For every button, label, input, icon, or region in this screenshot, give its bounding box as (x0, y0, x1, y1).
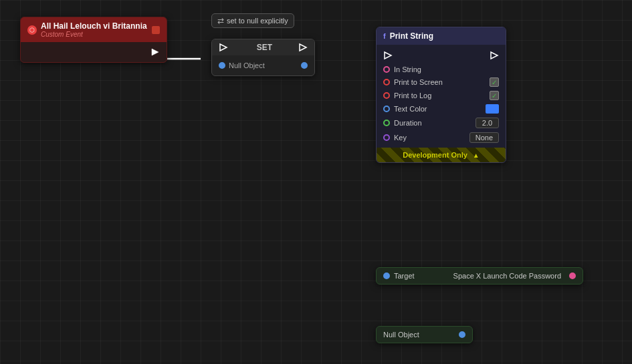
svg-marker-1 (220, 44, 227, 51)
null-object-label: Null Object (383, 331, 419, 339)
spacex-var-label: Space X Launch Code Password (453, 272, 561, 280)
key-select[interactable]: None (469, 132, 499, 143)
set-node-header: SET (212, 39, 314, 55)
func-icon: f (383, 32, 386, 40)
print-to-log-row: Print to Log ✓ (377, 89, 506, 102)
svg-marker-3 (385, 52, 391, 59)
set-output-pin[interactable] (301, 62, 308, 69)
spacex-var-row: Space X Launch Code Password (415, 272, 576, 280)
chevron-up-icon: ▲ (473, 152, 480, 159)
spacex-body: Target Space X Launch Code Password (377, 268, 583, 284)
print-to-screen-checkbox[interactable]: ✓ (490, 77, 499, 87)
print-to-screen-label: Print to Screen (394, 78, 443, 86)
text-color-swatch[interactable] (486, 104, 499, 114)
target-pin[interactable] (383, 272, 390, 279)
text-color-pin[interactable] (383, 106, 390, 112)
print-to-screen-row: Print to Screen ✓ (377, 75, 506, 89)
in-string-label: In String (394, 65, 421, 73)
dev-only-text: Development Only (403, 151, 467, 159)
set-input-pin[interactable] (219, 62, 225, 69)
custom-event-icon: ⬡ (27, 25, 37, 35)
key-label: Key (394, 134, 407, 142)
print-string-node: f Print String In String Print to Screen… (376, 27, 506, 163)
set-exec-input[interactable] (219, 43, 228, 52)
null-output-pin[interactable] (459, 331, 465, 338)
key-row: Key None (377, 130, 506, 145)
set-node-body: Null Object (212, 55, 314, 75)
custom-event-subtitle: Custom Event (41, 31, 147, 38)
tooltip-icon: ⇄ (217, 16, 224, 25)
in-string-row: In String (377, 63, 506, 75)
exec-output-pin[interactable] (150, 47, 160, 57)
set-null-label: Null Object (229, 61, 265, 69)
duration-input[interactable]: 2.0 (476, 118, 499, 128)
target-row: Target (383, 272, 415, 280)
dev-only-banner: Development Only ▲ (377, 148, 506, 162)
print-exec-row (377, 47, 506, 63)
in-string-pin[interactable] (383, 66, 390, 73)
custom-event-body (21, 42, 167, 62)
tooltip-label: set to null explicitly (227, 17, 288, 25)
duration-pin[interactable] (383, 120, 390, 126)
print-exec-output[interactable] (490, 51, 499, 60)
spacex-output-pin[interactable] (569, 272, 576, 279)
set-tooltip-node: ⇄ set to null explicitly (211, 13, 294, 28)
print-string-body: In String Print to Screen ✓ Print to Log… (377, 45, 506, 148)
duration-label: Duration (394, 119, 422, 127)
custom-event-title: All Hail Lelouch vi Britannia (41, 21, 147, 31)
set-exec-output[interactable] (298, 43, 308, 52)
svg-marker-4 (491, 52, 498, 59)
print-to-log-label: Print to Log (394, 92, 431, 100)
null-body: Null Object (377, 327, 472, 343)
svg-marker-2 (300, 44, 306, 51)
svg-marker-0 (152, 49, 159, 55)
set-node: SET Null Object (211, 39, 315, 76)
set-null-row: Null Object (219, 59, 265, 71)
print-string-header: f Print String (377, 27, 506, 45)
print-to-log-checkbox[interactable]: ✓ (490, 91, 499, 100)
key-pin[interactable] (383, 134, 390, 141)
target-label: Target (394, 272, 415, 280)
set-label: SET (231, 43, 298, 52)
print-to-log-pin[interactable] (383, 92, 390, 99)
custom-event-header: ⬡ All Hail Lelouch vi Britannia Custom E… (21, 17, 167, 42)
duration-row: Duration 2.0 (377, 116, 506, 130)
print-to-screen-pin[interactable] (383, 79, 390, 85)
text-color-label: Text Color (394, 105, 427, 113)
spacex-var-node: Target Space X Launch Code Password (376, 267, 583, 285)
text-color-row: Text Color (377, 102, 506, 116)
print-string-title: Print String (390, 31, 433, 41)
custom-event-red-square (152, 26, 160, 34)
custom-event-node: ⬡ All Hail Lelouch vi Britannia Custom E… (20, 17, 167, 63)
print-exec-input[interactable] (383, 51, 393, 60)
null-object-node: Null Object (376, 326, 473, 343)
